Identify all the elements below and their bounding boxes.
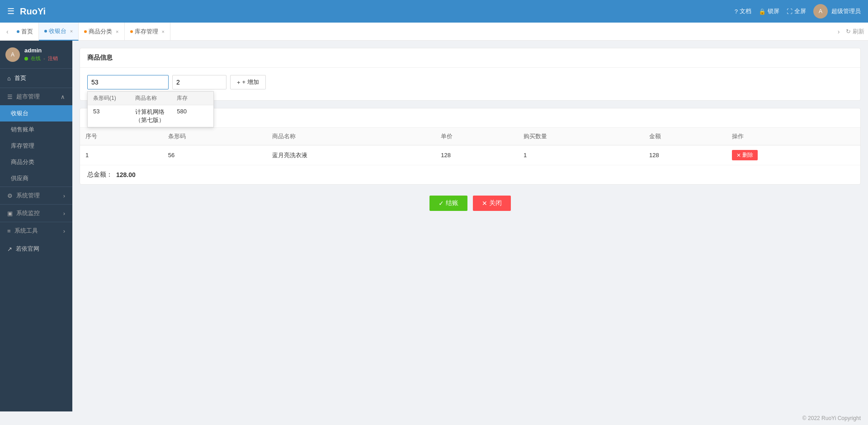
chevron-down-icon: ∧ xyxy=(61,93,65,100)
col-amount: 金额 xyxy=(644,128,726,145)
tab-category[interactable]: 商品分类 × xyxy=(79,23,124,41)
username-display: 超级管理员 xyxy=(831,7,861,15)
dropdown-header: 条形码(1) 商品名称 库存 xyxy=(88,92,213,105)
tab-category-label: 商品分类 xyxy=(89,28,112,36)
chevron-right-icon-monitor: › xyxy=(63,210,65,217)
table-header-row: 序号 条形码 商品名称 单价 购买数量 金额 操作 xyxy=(80,128,860,145)
top-header: ☰ RuoYi ? 文档 🔒 锁屏 ⛶ 全屏 A 超级管理员 xyxy=(0,0,868,23)
online-text: 在线 xyxy=(31,55,41,62)
delete-label: 删除 xyxy=(742,151,753,159)
tab-category-dot xyxy=(84,30,87,33)
col-barcode: 条形码 xyxy=(163,128,267,145)
checkout-btn[interactable]: ✓ 结账 xyxy=(429,196,467,211)
close-page-btn[interactable]: ✕ 关闭 xyxy=(473,196,511,211)
tools-label: 系统工具 xyxy=(14,227,38,235)
category-label: 商品分类 xyxy=(11,158,34,166)
sidebar-section-monitor[interactable]: ▣ 系统监控 › xyxy=(0,204,72,222)
sidebar-status: 在线 • 注销 xyxy=(24,55,58,62)
sidebar-item-supplier[interactable]: 供应商 xyxy=(0,170,72,187)
tab-cashier[interactable]: 收银台 × xyxy=(39,23,79,41)
product-info-body: + + 增加 条形码(1) 商品名称 库存 53 计算机网络（第七版） xyxy=(80,68,860,100)
header-right: ? 文档 🔒 锁屏 ⛶ 全屏 A 超级管理员 xyxy=(735,4,861,19)
menu-toggle-icon[interactable]: ☰ xyxy=(7,6,14,16)
sales-label: 销售账单 xyxy=(11,126,34,134)
dropdown-col-name: 商品名称 xyxy=(130,92,172,105)
tab-inventory-close-icon[interactable]: × xyxy=(162,29,165,34)
chevron-right-icon-tools: › xyxy=(63,228,65,234)
main-layout: A admin 在线 • 注销 ⌂ 首页 ☰ 超市管理 ∧ 收银台 xyxy=(0,41,868,411)
add-btn-label: + 增加 xyxy=(242,78,259,86)
tab-inventory[interactable]: 库存管理 × xyxy=(125,23,170,41)
footer-text: © 2022 RuoYi Copyright xyxy=(802,415,861,421)
supermarket-label: 超市管理 xyxy=(16,93,40,101)
user-menu[interactable]: A 超级管理员 xyxy=(813,4,861,19)
doc-link[interactable]: ? 文档 xyxy=(735,7,751,15)
tab-home-label: 首页 xyxy=(21,28,33,36)
tab-home-dot xyxy=(17,30,19,33)
sidebar-item-home[interactable]: ⌂ 首页 xyxy=(0,69,72,88)
bottom-actions: ✓ 结账 ✕ 关闭 xyxy=(80,196,861,211)
add-btn[interactable]: + + 增加 xyxy=(230,75,266,89)
inventory-label: 库存管理 xyxy=(11,142,34,150)
cell-qty-0: 1 xyxy=(518,145,644,165)
cashier-label: 收银台 xyxy=(11,109,28,117)
dropdown-stock-0: 580 xyxy=(171,105,213,127)
tab-cashier-close-icon[interactable]: × xyxy=(70,28,73,34)
cell-amount-0: 128 xyxy=(644,145,726,165)
col-name: 商品名称 xyxy=(267,128,435,145)
sidebar-item-inventory[interactable]: 库存管理 xyxy=(0,138,72,154)
dropdown-row-0[interactable]: 53 计算机网络（第七版） 580 xyxy=(88,105,213,127)
chevron-right-icon-system: › xyxy=(63,192,65,199)
tab-prev-btn[interactable]: ‹ xyxy=(4,28,11,35)
sidebar-item-website[interactable]: ↗ 若依官网 xyxy=(0,239,72,258)
col-qty: 购买数量 xyxy=(518,128,644,145)
tab-home[interactable]: 首页 xyxy=(11,23,39,41)
checkout-table-wrap: 序号 条形码 商品名称 单价 购买数量 金额 操作 1 56 xyxy=(80,128,860,165)
total-value: 128.00 xyxy=(116,171,136,178)
barcode-search-input[interactable] xyxy=(87,75,169,89)
dropdown-name-0: 计算机网络（第七版） xyxy=(130,105,172,127)
tab-inventory-dot xyxy=(130,30,133,33)
tools-icon: ≡ xyxy=(7,228,11,234)
system-mgmt-icon: ⚙ xyxy=(7,192,13,199)
tab-refresh-btn[interactable]: ↻ 刷新 xyxy=(846,28,864,36)
logout-link[interactable]: 注销 xyxy=(48,55,58,62)
sidebar-avatar: A xyxy=(5,47,20,62)
checkout-icon: ✓ xyxy=(439,200,444,207)
footer: © 2022 RuoYi Copyright xyxy=(0,411,868,425)
sidebar-username: admin xyxy=(24,47,58,54)
dropdown-col-barcode: 条形码(1) xyxy=(88,92,130,105)
sidebar-section-supermarket[interactable]: ☰ 超市管理 ∧ xyxy=(0,88,72,105)
fullscreen-btn[interactable]: ⛶ 全屏 xyxy=(787,7,806,15)
total-row: 总金额： 128.00 xyxy=(80,165,860,184)
tab-next-btn[interactable]: › xyxy=(835,28,843,35)
sidebar-item-cashier[interactable]: 收银台 xyxy=(0,105,72,121)
plus-icon: + xyxy=(237,79,241,86)
supermarket-icon: ☰ xyxy=(7,93,13,100)
website-icon: ↗ xyxy=(7,246,12,252)
delete-row-0-btn[interactable]: ✕ 删除 xyxy=(732,150,758,160)
question-icon: ? xyxy=(735,8,738,15)
cell-price-0: 128 xyxy=(435,145,518,165)
cell-action-0: ✕ 删除 xyxy=(726,145,860,165)
dropdown-col-stock: 库存 xyxy=(171,92,213,105)
sidebar-section-system[interactable]: ⚙ 系统管理 › xyxy=(0,187,72,204)
tab-cashier-dot xyxy=(44,30,47,33)
sidebar-item-sales[interactable]: 销售账单 xyxy=(0,121,72,138)
sidebar-item-category[interactable]: 商品分类 xyxy=(0,154,72,170)
close-icon: ✕ xyxy=(482,200,487,207)
monitor-icon: ▣ xyxy=(7,210,13,217)
app-logo: RuoYi xyxy=(20,6,46,17)
tab-category-close-icon[interactable]: × xyxy=(116,29,118,34)
barcode-dropdown: 条形码(1) 商品名称 库存 53 计算机网络（第七版） 580 xyxy=(87,91,214,127)
col-index: 序号 xyxy=(80,128,163,145)
sidebar-home-label: 首页 xyxy=(14,74,26,82)
sidebar-section-tools[interactable]: ≡ 系统工具 › xyxy=(0,222,72,239)
dropdown-barcode-0: 53 xyxy=(88,105,130,127)
lock-screen-btn[interactable]: 🔒 锁屏 xyxy=(759,7,779,15)
fullscreen-icon: ⛶ xyxy=(787,8,793,15)
lock-icon: 🔒 xyxy=(759,8,766,15)
header-left: ☰ RuoYi xyxy=(7,6,46,17)
quantity-input[interactable] xyxy=(172,75,226,89)
table-row: 1 56 蓝月亮洗衣液 128 1 128 ✕ 删除 xyxy=(80,145,860,165)
